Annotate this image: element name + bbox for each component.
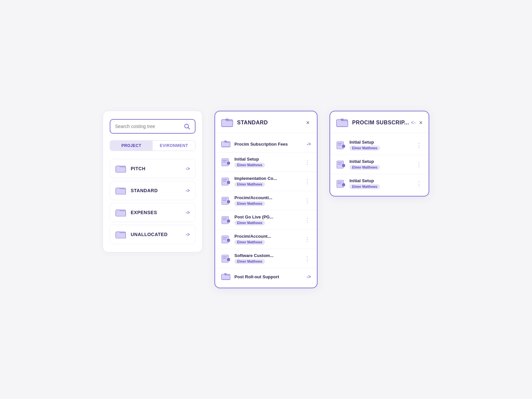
- item-name-procim-sub: Procim Subscription Fees: [234, 142, 304, 147]
- item-badge-right-3: Elmer Matthews: [349, 184, 380, 189]
- item-badge-software-custom: Elmer Matthews: [234, 259, 265, 264]
- svg-rect-55: [338, 182, 342, 182]
- folder-name-unallocated: UNALLOCATED: [131, 232, 186, 237]
- item-dots-right-3[interactable]: ⋮: [416, 180, 423, 188]
- item-name-software-custom: Software Custom...: [234, 253, 302, 258]
- svg-rect-16: [223, 179, 227, 180]
- svg-rect-11: [223, 160, 227, 161]
- svg-rect-7: [225, 119, 228, 121]
- folder-icon-procim-sub: [221, 140, 230, 148]
- folder-icon-pitch: [115, 164, 126, 173]
- mid-panel: STANDARD × Procim Subscription Fees ->: [214, 111, 318, 288]
- left-panel: PROJECT EVIRONMENT PITCH -> STANDARD ->: [103, 111, 202, 252]
- right-panel-close[interactable]: ×: [418, 120, 424, 126]
- doc-icon-software-custom: →: [221, 254, 230, 263]
- svg-line-1: [188, 128, 190, 129]
- item-dots-post-go-live[interactable]: ⋮: [304, 216, 311, 224]
- item-name-post-go-live: Post Go Live (PG...: [234, 214, 302, 219]
- svg-rect-50: [338, 162, 342, 163]
- tab-project[interactable]: PROJECT: [110, 141, 153, 151]
- svg-rect-56: [338, 183, 341, 184]
- item-name-impl: Implementation Co...: [234, 176, 302, 181]
- svg-rect-31: [223, 237, 227, 238]
- folder-item-unallocated[interactable]: UNALLOCATED ->: [110, 225, 196, 244]
- mid-panel-items: Procim Subscription Fees -> → Initial Se…: [215, 133, 317, 288]
- item-name-right-3: Initial Setup: [349, 178, 413, 183]
- list-item[interactable]: → Software Custom... Elmer Matthews ⋮: [215, 249, 317, 268]
- list-item[interactable]: → Procim/Account... Elmer Matthews ⋮: [215, 230, 317, 249]
- svg-text:→: →: [227, 200, 230, 203]
- svg-text:→: →: [227, 220, 230, 222]
- item-badge-right-1: Elmer Matthews: [349, 146, 380, 151]
- item-dots-procim-account2[interactable]: ⋮: [304, 236, 311, 243]
- doc-icon-procim-acc: →: [221, 197, 230, 205]
- folder-item-standard[interactable]: STANDARD ->: [110, 181, 196, 200]
- item-info-procim-account2: Procim/Account... Elmer Matthews: [234, 234, 302, 245]
- folder-icon-standard: [115, 186, 126, 195]
- svg-rect-41: [224, 273, 226, 275]
- list-item[interactable]: → Implementation Co... Elmer Matthews ⋮: [215, 172, 317, 191]
- item-info-right-3: Initial Setup Elmer Matthews: [349, 178, 413, 189]
- list-item[interactable]: → Initial Setup Elmer Matthews ⋮: [330, 174, 429, 193]
- list-item[interactable]: Procim Subscription Fees ->: [215, 136, 317, 153]
- item-name-procim-acc: Procim/Accounti...: [234, 195, 302, 200]
- svg-text:→: →: [227, 162, 230, 164]
- doc-icon-post-go-live: →: [221, 216, 230, 224]
- item-name-post-rollout: Post Roll-out Support: [234, 274, 304, 279]
- svg-rect-21: [223, 199, 227, 199]
- arrow-unallocated: ->: [186, 232, 190, 237]
- doc-icon-impl: →: [221, 177, 230, 186]
- list-item[interactable]: → Initial Setup Elmer Matthews ⋮: [330, 136, 429, 155]
- item-info-post-go-live: Post Go Live (PG... Elmer Matthews: [234, 214, 302, 225]
- item-dots-impl[interactable]: ⋮: [304, 178, 311, 185]
- svg-rect-27: [223, 219, 226, 220]
- folder-name-standard: STANDARD: [131, 188, 186, 193]
- search-input[interactable]: [115, 124, 184, 129]
- svg-rect-22: [223, 200, 226, 201]
- item-dots-right-2[interactable]: ⋮: [416, 161, 423, 168]
- item-dots-software-custom[interactable]: ⋮: [304, 255, 311, 262]
- svg-rect-51: [338, 164, 341, 165]
- right-panel-items: → Initial Setup Elmer Matthews ⋮ → Init: [330, 133, 429, 196]
- list-item[interactable]: → Post Go Live (PG... Elmer Matthews ⋮: [215, 210, 317, 230]
- item-dots-right-1[interactable]: ⋮: [416, 142, 423, 149]
- right-panel-title: PROCIM SUBSCRIP...: [352, 120, 410, 126]
- item-name-initial-1: Initial Setup: [234, 157, 302, 162]
- item-badge-procim-acc: Elmer Matthews: [234, 201, 265, 206]
- item-badge-impl: Elmer Matthews: [234, 182, 265, 187]
- item-info-right-1: Initial Setup Elmer Matthews: [349, 140, 413, 151]
- item-info-post-rollout: Post Roll-out Support: [234, 274, 304, 279]
- item-arrow-procim-sub: ->: [307, 141, 311, 147]
- list-item[interactable]: → Initial Setup Elmer Matthews ⋮: [330, 155, 429, 174]
- doc-icon-right-2: →: [336, 160, 345, 169]
- svg-text:→: →: [342, 164, 345, 167]
- item-badge-initial-1: Elmer Matthews: [234, 163, 265, 168]
- search-bar: [110, 119, 196, 134]
- arrow-expenses: ->: [186, 210, 190, 215]
- arrow-pitch: ->: [186, 166, 190, 171]
- folder-name-pitch: PITCH: [131, 166, 186, 171]
- search-icon: [184, 123, 190, 130]
- item-dots-procim-acc[interactable]: ⋮: [304, 197, 311, 204]
- folder-item-pitch[interactable]: PITCH ->: [110, 159, 196, 178]
- folder-icon-standard-header: [221, 117, 233, 128]
- list-item[interactable]: → Initial Setup Elmer Matthews ⋮: [215, 153, 317, 172]
- right-panel-nav: <- ×: [410, 120, 424, 126]
- right-panel-header: PROCIM SUBSCRIP... <- ×: [330, 111, 429, 133]
- mid-panel-close[interactable]: ×: [305, 120, 311, 126]
- list-item[interactable]: Post Roll-out Support ->: [215, 268, 317, 285]
- folder-item-expenses[interactable]: EXPENSES ->: [110, 203, 196, 222]
- mid-panel-title: STANDARD: [237, 120, 305, 126]
- right-panel-back[interactable]: <-: [410, 120, 417, 126]
- svg-rect-32: [223, 239, 226, 239]
- tab-environment[interactable]: EVIRONMENT: [153, 141, 195, 151]
- doc-icon-right-1: →: [336, 141, 345, 150]
- svg-rect-17: [223, 181, 226, 182]
- svg-text:→: →: [342, 145, 345, 147]
- svg-text:→: →: [227, 258, 230, 261]
- svg-rect-43: [340, 119, 343, 121]
- svg-text:→: →: [227, 181, 230, 184]
- item-badge-right-2: Elmer Matthews: [349, 165, 380, 170]
- list-item[interactable]: → Procim/Accounti... Elmer Matthews ⋮: [215, 191, 317, 210]
- item-dots-initial-1[interactable]: ⋮: [304, 159, 311, 166]
